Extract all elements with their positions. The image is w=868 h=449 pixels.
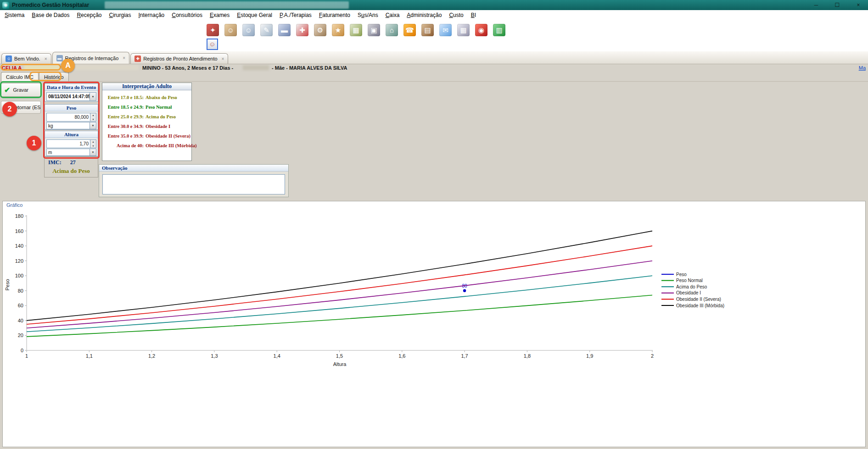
observation-panel: Observação <box>99 164 289 197</box>
ledger-icon[interactable]: ▤ <box>421 24 434 36</box>
services-icon[interactable]: ⚙ <box>314 24 326 36</box>
tab-registros-de-pronto-atendimento[interactable]: ✚Registros de Pronto Atendimento× <box>130 53 228 64</box>
gifts-icon[interactable]: ★ <box>332 24 344 36</box>
menu-item-administracao[interactable]: Administração <box>403 11 445 20</box>
interp-label: Obesidade II (Severa) <box>146 133 190 139</box>
weight-spinner[interactable]: 80,000 ▲ ▼ <box>46 113 96 122</box>
weight-unit-combobox[interactable]: kg ▼ <box>46 122 96 129</box>
datetime-combobox[interactable]: 08/11/2024 14:47:05 ▼ <box>46 92 96 101</box>
x-tick-label: 1 <box>25 353 28 359</box>
menu-item-cirurgias[interactable]: Cirurgias <box>105 11 134 20</box>
patients-icon[interactable]: ☺ <box>224 24 237 36</box>
menu-item-consultorios[interactable]: Consultórios <box>168 11 206 20</box>
toolbar: ✦☺☺✎▬✚⚙★▦▣⌂☎▤✉▦◉▥ <box>207 22 505 38</box>
datetime-value: 08/11/2024 14:47:05 <box>47 94 90 99</box>
dropdown-arrow-icon[interactable]: ▼ <box>90 93 96 100</box>
dropdown-arrow-icon[interactable]: ▼ <box>90 149 96 155</box>
spinner-buttons[interactable]: ▲ ▼ <box>90 140 96 148</box>
interp-label: Abaixo do Peso <box>146 95 177 100</box>
minimize-button[interactable]: ─ <box>811 2 821 8</box>
menu-item-exames[interactable]: Exames <box>206 11 233 20</box>
power-icon[interactable]: ◉ <box>475 24 487 36</box>
interpretation-row: Entre 25.0 e 29.9:Acima do Peso <box>102 112 191 122</box>
app-logo-icon: ❋ <box>2 2 9 9</box>
page-divider <box>0 81 868 82</box>
interp-label: Obesidade III (Mórbida) <box>146 143 196 148</box>
user-profile-icon[interactable]: ☺ <box>207 39 218 50</box>
tab-close-icon[interactable]: × <box>123 55 125 61</box>
save-button-label: Gravar <box>13 87 28 93</box>
menu-item-base-de-dados[interactable]: Base de Dados <box>28 11 73 20</box>
maximize-button[interactable]: ☐ <box>832 2 842 8</box>
welcome-icon: ☺ <box>6 55 12 62</box>
patient-record-icon[interactable]: ☺ <box>242 24 255 36</box>
tab-registros-de-internacao[interactable]: ▬Registros de Internação× <box>52 52 130 64</box>
spin-up-icon[interactable]: ▲ <box>90 140 96 144</box>
height-spinner[interactable]: 1,70 ▲ ▼ <box>46 139 96 148</box>
window-title: Promedico Gestão Hospitalar <box>12 2 89 8</box>
menu-item-sistema[interactable]: Sistema <box>1 11 28 20</box>
dropdown-arrow-icon[interactable]: ▼ <box>90 122 96 129</box>
close-button[interactable]: × <box>853 2 863 8</box>
height-group: Altura 1,70 ▲ ▼ m ▼ <box>45 131 98 156</box>
x-tick-label: 1,9 <box>586 353 593 359</box>
y-tick-label: 60 <box>18 303 23 308</box>
menu-item-caixa[interactable]: Caixa <box>382 11 403 20</box>
interpretation-title: Interpretação Adulto <box>102 83 191 90</box>
tab-bem-vindo[interactable]: ☺Bem Vindo.× <box>1 53 51 64</box>
window-controls: ─ ☐ × <box>811 0 863 10</box>
return-button[interactable]: « Retornar (ESC) <box>1 101 41 114</box>
bed-icon[interactable]: ▬ <box>278 24 291 36</box>
imc-value: 27 <box>70 159 76 166</box>
report-chart-icon[interactable]: ▥ <box>493 24 505 36</box>
series-obesidade-ii-severa <box>27 246 652 324</box>
spin-down-icon[interactable]: ▼ <box>90 117 96 122</box>
x-tick-label: 1,2 <box>148 353 155 359</box>
observation-input[interactable] <box>102 174 285 194</box>
y-tick-label: 120 <box>15 258 23 264</box>
finance-building-icon[interactable]: ⌂ <box>386 24 398 36</box>
tab-bar: ☺Bem Vindo.×▬Registros de Internação×✚Re… <box>0 51 868 64</box>
menu-item-bi[interactable]: BI <box>467 11 480 20</box>
imc-result-box: IMC: 27 Acima do Peso <box>44 156 98 177</box>
safe-icon[interactable]: ▣ <box>368 24 380 36</box>
interp-label: Obesidade I <box>146 124 170 129</box>
subtab-historico[interactable]: Histórico <box>39 72 69 81</box>
menu-item-custo[interactable]: Custo <box>445 11 467 20</box>
menu-item-recepcao[interactable]: Recepção <box>73 11 105 20</box>
x-tick-label: 1,1 <box>86 353 93 359</box>
subtab-calculo-imc[interactable]: Cálculo IMC <box>1 72 39 81</box>
menu-item-p-a-terapias[interactable]: P.A./Terapias <box>276 11 315 20</box>
stamp-icon[interactable]: ✦ <box>207 24 219 36</box>
height-unit-combobox[interactable]: m ▼ <box>46 149 96 156</box>
spin-up-icon[interactable]: ▲ <box>90 113 96 117</box>
legend-entry: Obesidade III (Mórbida) <box>676 303 724 308</box>
imc-label: IMC: <box>48 159 62 166</box>
interp-range: Entre 30.0 e 34.9: <box>102 124 144 129</box>
x-tick-label: 1,5 <box>336 353 343 359</box>
menu-item-sus-ans[interactable]: Sus/Ans <box>354 11 382 20</box>
save-button[interactable]: ✔ Gravar <box>1 83 41 97</box>
calculator-icon[interactable]: ▦ <box>457 24 470 36</box>
patient-more-link[interactable]: Ma <box>859 65 866 71</box>
menu-item-estoque-geral[interactable]: Estoque Geral <box>233 11 276 20</box>
phone-icon[interactable]: ☎ <box>403 24 416 36</box>
chart-panel: Gráfico 11,11,21,31,41,51,61,71,81,92020… <box>2 201 866 447</box>
x-tick-label: 1,8 <box>524 353 531 359</box>
chat-icon[interactable]: ✉ <box>439 24 452 36</box>
billing-icon[interactable]: ▦ <box>350 24 362 36</box>
spinner-buttons[interactable]: ▲ ▼ <box>90 113 96 121</box>
weight-group-title: Peso <box>45 105 98 111</box>
menu-item-internacao[interactable]: Internação <box>135 11 168 20</box>
return-button-label: Retornar (ESC) <box>11 105 41 110</box>
tab-close-icon[interactable]: × <box>222 56 224 61</box>
menu-item-faturamento[interactable]: Faturamento <box>315 11 354 20</box>
ambulance-icon[interactable]: ✚ <box>296 24 308 36</box>
legend-entry: Acima do Peso <box>676 284 707 289</box>
tab-close-icon[interactable]: × <box>45 56 47 61</box>
legend-entry: Peso <box>676 272 687 277</box>
chart-svg: 11,11,21,31,41,51,61,71,81,9202040608010… <box>3 201 865 447</box>
prescription-icon[interactable]: ✎ <box>260 24 273 36</box>
height-value: 1,70 <box>47 141 90 146</box>
spin-down-icon[interactable]: ▼ <box>90 144 96 148</box>
